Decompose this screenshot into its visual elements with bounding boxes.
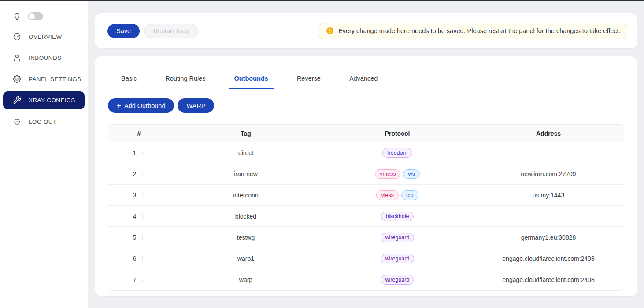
column-header-protocol: Protocol (322, 125, 473, 142)
row-protocol-badges: blackhole (322, 212, 473, 221)
xray-config-card: Basic Routing Rules Outbounds Reverse Ad… (95, 56, 637, 296)
row-number: 6 (133, 255, 137, 262)
warp-button[interactable]: WARP (178, 98, 214, 113)
sidebar-item-inbounds[interactable]: INBOUNDS (0, 47, 88, 68)
table-row: 7 ⋮ warp wireguard engage.cloudflareclie… (108, 269, 624, 290)
row-menu-icon[interactable]: ⋮ (139, 256, 145, 261)
protocol-badge: blackhole (381, 212, 414, 221)
tab-advanced[interactable]: Advanced (344, 71, 384, 89)
row-menu-icon[interactable]: ⋮ (139, 171, 145, 177)
table-row: 6 ⋮ warp1 wireguard engage.cloudflarecli… (108, 248, 624, 269)
row-tag: blocked (170, 206, 322, 227)
table-row: 1 ⋮ direct freedom (108, 142, 624, 163)
row-address (473, 142, 624, 163)
row-address (473, 206, 624, 227)
column-header-address: Address (473, 125, 624, 142)
row-address: new.iran.com:27709 (473, 163, 624, 185)
wrench-icon (13, 96, 21, 104)
row-menu-icon[interactable]: ⋮ (139, 234, 145, 240)
save-toolbar-card: Save Restart Xray ! Every change made he… (95, 13, 637, 48)
tab-basic[interactable]: Basic (115, 71, 142, 89)
sidebar-item-log-out[interactable]: LOG OUT (0, 111, 88, 132)
sidebar-item-overview[interactable]: OVERVIEW (0, 26, 88, 47)
row-menu-icon[interactable]: ⋮ (139, 213, 145, 219)
row-protocol-badges: freedom (322, 148, 473, 158)
protocol-badge: vmess (375, 169, 400, 179)
column-header-number: # (108, 125, 170, 142)
sidebar-item-label: INBOUNDS (29, 55, 61, 61)
row-tag: warp (170, 269, 322, 290)
row-number: 3 (133, 192, 137, 199)
table-header-row: # Tag Protocol Address (108, 125, 624, 142)
protocol-badge: ws (403, 169, 419, 179)
unsaved-changes-alert: ! Every change made here needs to be sav… (319, 23, 627, 39)
lightbulb-icon (13, 12, 21, 21)
row-menu-icon[interactable]: ⋮ (139, 277, 145, 283)
config-tabs: Basic Routing Rules Outbounds Reverse Ad… (108, 56, 624, 89)
row-address: germany1.eu:30828 (473, 227, 624, 248)
tab-routing-rules[interactable]: Routing Rules (159, 71, 211, 89)
protocol-badge: wireguard (381, 254, 415, 263)
tab-reverse[interactable]: Reverse (291, 71, 326, 89)
protocol-badge: wireguard (381, 233, 415, 242)
table-row: 2 ⋮ iran-new vmessws new.iran.com:27709 (108, 163, 624, 185)
restart-xray-button[interactable]: Restart Xray (144, 24, 198, 38)
outbound-actions: + Add Outbound WARP (108, 98, 624, 113)
alert-message: Every change made here needs to be saved… (338, 27, 621, 34)
row-menu-icon[interactable]: ⋮ (139, 192, 145, 198)
sidebar-item-label: OVERVIEW (29, 33, 62, 40)
main-content: Save Restart Xray ! Every change made he… (88, 1, 644, 308)
gear-icon (13, 75, 21, 83)
row-protocol-badges: vlesstcp (322, 190, 473, 200)
theme-switch-row (0, 7, 88, 26)
add-outbound-label: Add Outbound (124, 102, 166, 109)
row-number: 2 (133, 171, 137, 178)
table-row: 3 ⋮ interconn vlesstcp us.my:1443 (108, 185, 624, 206)
row-tag: direct (170, 142, 322, 163)
sidebar: OVERVIEW INBOUNDS PANEL SETTINGS XRAY CO… (0, 1, 88, 308)
toggle-knob (29, 13, 35, 19)
row-number: 1 (133, 149, 137, 156)
protocol-badge: tcp (401, 190, 418, 200)
sidebar-item-xray-configs[interactable]: XRAY CONFIGS (3, 91, 85, 109)
row-tag: testwg (170, 227, 322, 248)
logout-icon (13, 118, 21, 126)
table-row: 5 ⋮ testwg wireguard germany1.eu:30828 (108, 227, 624, 248)
column-header-tag: Tag (170, 125, 322, 142)
row-tag: warp1 (170, 248, 322, 269)
sidebar-item-label: LOG OUT (29, 119, 57, 125)
protocol-badge: wireguard (381, 275, 415, 285)
protocol-badge: freedom (382, 148, 412, 158)
row-number: 7 (133, 276, 137, 283)
dashboard-icon (13, 33, 21, 41)
row-number: 4 (133, 213, 137, 220)
toolbar-buttons: Save Restart Xray (107, 24, 198, 38)
protocol-badge: vless (376, 190, 398, 200)
save-button[interactable]: Save (107, 24, 140, 38)
row-address: us.my:1443 (473, 185, 624, 206)
sidebar-item-label: PANEL SETTINGS (29, 76, 81, 82)
row-number: 5 (133, 234, 137, 241)
row-tag: interconn (170, 185, 322, 206)
row-address: engage.cloudflareclient.com:2408 (473, 248, 624, 269)
row-protocol-badges: vmessws (322, 169, 473, 179)
outbounds-table: # Tag Protocol Address 1 ⋮ direct freedo… (108, 124, 624, 291)
warning-icon: ! (326, 27, 333, 34)
plus-icon: + (117, 102, 121, 109)
row-protocol-badges: wireguard (322, 275, 473, 285)
row-protocol-badges: wireguard (322, 254, 473, 263)
sidebar-item-label: XRAY CONFIGS (29, 97, 75, 104)
table-row: 4 ⋮ blocked blackhole (108, 206, 624, 227)
add-outbound-button[interactable]: + Add Outbound (108, 98, 174, 113)
user-icon (13, 54, 21, 62)
row-address: engage.cloudflareclient.com:2408 (473, 269, 624, 290)
sidebar-item-panel-settings[interactable]: PANEL SETTINGS (0, 68, 88, 89)
row-tag: iran-new (170, 163, 322, 185)
row-protocol-badges: wireguard (322, 233, 473, 242)
dark-mode-toggle[interactable] (28, 12, 43, 20)
row-menu-icon[interactable]: ⋮ (139, 150, 145, 156)
tab-outbounds[interactable]: Outbounds (229, 71, 274, 89)
